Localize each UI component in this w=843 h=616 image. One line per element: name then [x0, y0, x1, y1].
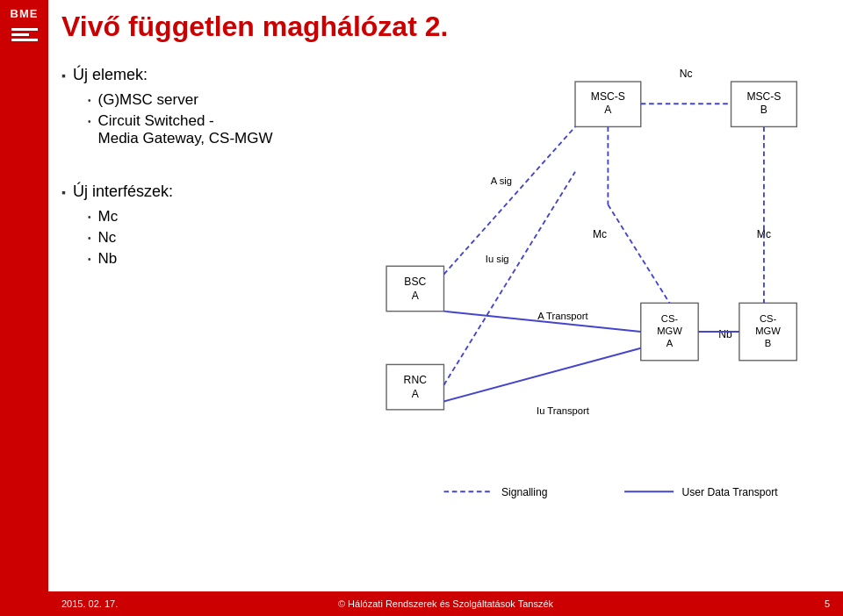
svg-line-10 [443, 126, 575, 274]
footer-page: 5 [825, 598, 830, 609]
section1: ▪ Új elemek: [61, 66, 307, 84]
user-data-transport-label: User Data Transport [681, 486, 778, 498]
section2: ▪ Új interfészek: [61, 183, 307, 201]
section1-label: Új elemek: [73, 66, 148, 84]
msc-s-a-label2: A [604, 104, 612, 116]
cs-mgw-b-label2: MGW [755, 326, 781, 336]
rnc-a-label1: RNC [404, 374, 428, 386]
nb-label: Nb [718, 328, 732, 340]
item1: • (G)MSC server [88, 91, 307, 109]
bme-graphic [11, 25, 38, 44]
signalling-label: Signalling [501, 486, 548, 498]
iface3-label: Nb [98, 250, 118, 268]
cs-mgw-a-label3: A [666, 338, 674, 348]
cs-mgw-b-label1: CS- [760, 313, 777, 324]
bullet-icon-1: ▪ [61, 68, 66, 82]
msc-s-b-label2: B [760, 104, 767, 116]
diagram: MSC-S A MSC-S B Nc BSC A RNC A CS- MGW A [316, 57, 834, 533]
bme-line-3 [11, 39, 38, 41]
bullet-sub-icon-3: • [88, 212, 91, 222]
bme-line-2 [11, 33, 29, 36]
page-title: Vivő független maghálózat 2. [61, 11, 448, 43]
iu-transport-label: Iu Transport [537, 405, 590, 416]
mc-a-label: Mc [593, 228, 607, 240]
bullet-icon-2: ▪ [61, 185, 66, 199]
left-panel: ▪ Új elemek: • (G)MSC server • Circuit S… [61, 66, 307, 271]
bsc-a-label1: BSC [404, 276, 426, 288]
footer: 2015. 02. 17. © Hálózati Rendszerek és S… [48, 591, 843, 616]
bullet-sub-icon-2: • [88, 117, 91, 126]
svg-line-8 [608, 204, 669, 303]
rnc-a-label2: A [412, 388, 420, 400]
iface2: • Nc [88, 229, 307, 247]
item1-label: (G)MSC server [98, 91, 198, 109]
cs-mgw-b-label3: B [765, 338, 771, 348]
a-transport-label: A Transport [537, 311, 588, 321]
iface1: • Mc [88, 208, 307, 226]
msc-s-a-label1: MSC-S [591, 90, 625, 103]
content-area: ▪ Új elemek: • (G)MSC server • Circuit S… [61, 57, 834, 585]
footer-date: 2015. 02. 17. [61, 598, 118, 609]
iu-sig-label: Iu sig [486, 254, 509, 264]
msc-s-b-label1: MSC-S [746, 90, 781, 103]
bullet-sub-icon-1: • [88, 96, 91, 105]
item2: • Circuit Switched - Media Gateway, CS-M… [88, 112, 307, 147]
diagram-svg: MSC-S A MSC-S B Nc BSC A RNC A CS- MGW A [316, 57, 834, 533]
bme-line-1 [11, 28, 38, 31]
section2-label: Új interfészek: [73, 183, 173, 201]
nc-label: Nc [680, 68, 693, 80]
bme-logo: BME [0, 0, 48, 616]
iface1-label: Mc [98, 208, 119, 226]
bullet-sub-icon-4: • [88, 233, 91, 243]
bsc-a-label2: A [412, 290, 420, 302]
item2-label: Circuit Switched - Media Gateway, CS-MGW [98, 112, 273, 147]
cs-mgw-a-label2: MGW [657, 326, 682, 336]
bullet-sub-icon-5: • [88, 254, 91, 264]
svg-line-13 [443, 348, 640, 402]
bme-text: BME [11, 7, 39, 20]
iface3: • Nb [88, 250, 307, 268]
a-sig-label: A sig [491, 175, 512, 186]
iface2-label: Nc [98, 229, 117, 247]
footer-copyright: © Hálózati Rendszerek és Szolgáltatások … [338, 598, 553, 609]
svg-line-11 [443, 172, 575, 385]
cs-mgw-a-label1: CS- [661, 313, 679, 324]
